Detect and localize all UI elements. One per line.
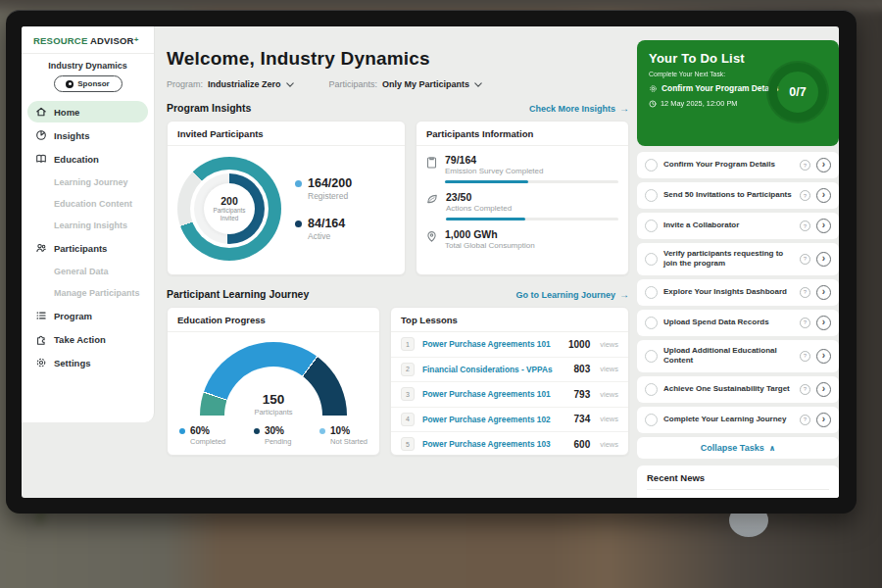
consumption-pin-icon [426,230,437,243]
sidebar-item-take-action[interactable]: Take Action [27,328,148,350]
education-gauge-chart: 150 Participants [200,342,347,416]
sidebar-item-education-content[interactable]: Education Content [27,193,148,214]
lesson-link[interactable]: Financial Considerations - VPPAs [422,365,566,374]
sidebar-item-general-data[interactable]: General Data [27,261,148,281]
task-checkbox[interactable] [645,220,658,232]
learning-journey-title: Participant Learning Journey [167,288,309,300]
sidebar-item-participants[interactable]: Participants [27,237,148,259]
program-icon [35,310,47,321]
task-row: Upload Additional Educational Content ? … [637,340,839,372]
task-row: Achieve One Sustainability Target ? › [637,376,839,403]
rank-badge: 5 [401,437,415,451]
gear-icon [649,84,658,93]
help-icon[interactable]: ? [800,287,810,298]
actions-icon [426,193,438,205]
progress-bar [445,180,618,183]
recent-news-card: Recent News [637,466,839,498]
rank-badge: 4 [401,413,415,426]
help-icon[interactable]: ? [800,384,810,395]
chevron-right-icon[interactable]: › [816,382,831,397]
help-icon[interactable]: ? [800,160,810,171]
chevron-right-icon[interactable]: › [816,158,831,172]
chevron-right-icon[interactable]: › [816,316,831,330]
help-icon[interactable]: ? [800,254,810,265]
gauge-legend: 60% Completed 30% Pending 10% Not Starte… [168,416,379,446]
go-to-learning-journey-link[interactable]: Go to Learning Journey→ [515,289,629,300]
task-checkbox[interactable] [645,159,658,172]
program-insights-title: Program Insights [167,102,251,114]
sponsor-badge[interactable]: Sponsor [54,75,122,92]
lesson-link[interactable]: Power Purchase Agreements 102 [422,415,566,424]
chevron-right-icon[interactable]: › [816,349,831,364]
rank-badge: 2 [401,363,415,376]
lesson-row: 1 Power Purchase Agreements 101 1000 vie… [391,332,628,358]
legend-pending: 30% Pending [254,425,292,446]
task-checkbox[interactable] [645,383,658,396]
monitor-bezel: RESOURCE ADVISOR+ Industry Dynamics Spon… [6,10,857,514]
sidebar-item-program[interactable]: Program [27,305,148,326]
program-filter[interactable]: Program: Industrialize Zero [167,79,294,89]
task-checkbox[interactable] [645,253,658,266]
chevron-down-icon [474,82,482,87]
legend-dot [295,180,302,187]
legend-dot [179,428,185,434]
divider [22,53,154,54]
sponsor-icon [66,80,74,88]
task-checkbox[interactable] [645,414,658,426]
top-lessons-card: Top Lessons 1 Power Purchase Agreements … [390,307,629,456]
help-icon[interactable]: ? [800,220,810,231]
chevron-right-icon[interactable]: › [816,219,831,233]
lesson-link[interactable]: Power Purchase Agreements 103 [422,439,566,449]
main-content: Welcome, Industry Dynamics Program: Indu… [167,48,629,456]
help-icon[interactable]: ? [800,190,810,201]
check-more-insights-link[interactable]: Check More Insights→ [529,103,629,114]
lesson-link[interactable]: Power Purchase Agreements 101 [422,339,561,349]
participants-information-card: Participants Information 79/164 Emission… [416,121,629,275]
legend-dot [319,428,325,434]
dashboard-screen: RESOURCE ADVISOR+ Industry Dynamics Spon… [22,26,839,498]
participants-filter[interactable]: Participants: Only My Participants [329,79,483,89]
lesson-link[interactable]: Power Purchase Agreements 101 [422,389,566,399]
task-checkbox[interactable] [645,317,658,329]
lesson-row: 5 Power Purchase Agreements 103 600 view… [391,432,628,457]
sidebar-item-manage-participants[interactable]: Manage Participants [27,282,148,303]
insights-icon [35,129,47,141]
task-checkbox[interactable] [645,286,658,299]
app-logo: RESOURCE ADVISOR+ [22,35,154,46]
info-row-survey: 79/164 Emission Survey Completed [416,146,628,183]
sidebar-item-learning-insights[interactable]: Learning Insights [27,215,148,235]
home-icon [35,106,47,118]
lesson-row: 4 Power Purchase Agreements 102 734 view… [391,408,628,433]
filter-bar: Program: Industrialize Zero Participants… [167,79,629,89]
chevron-right-icon[interactable]: › [816,285,831,300]
legend-dot [254,428,260,434]
collapse-tasks-link[interactable]: Collapse Tasks∧ [637,437,839,459]
take-action-icon [35,333,47,345]
todo-task-list: Confirm Your Program Details ? › Send 50… [637,152,839,433]
chevron-up-icon: ∧ [769,444,776,453]
help-icon[interactable]: ? [800,318,810,328]
chevron-right-icon[interactable]: › [816,413,831,427]
task-row: Verify participants requesting to join t… [637,243,839,275]
task-checkbox[interactable] [645,189,658,202]
chevron-right-icon[interactable]: › [816,188,831,203]
rank-badge: 3 [401,387,415,401]
sidebar-item-learning-journey[interactable]: Learning Journey [27,172,148,192]
sidebar-item-home[interactable]: Home [27,101,148,122]
help-icon[interactable]: ? [800,351,810,362]
sidebar-item-settings[interactable]: Settings [27,352,148,373]
settings-icon [35,357,47,368]
lesson-row: 3 Power Purchase Agreements 101 793 view… [391,382,628,408]
sidebar-item-education[interactable]: Education [27,148,148,170]
legend-registered: 164/200 Registered [295,176,352,201]
progress-bar [446,218,618,220]
sidebar-item-insights[interactable]: Insights [27,124,148,146]
chevron-right-icon[interactable]: › [816,252,831,267]
info-row-actions: 23/50 Actions Completed [416,183,628,220]
task-checkbox[interactable] [645,350,658,363]
help-icon[interactable]: ? [800,415,810,425]
chevron-down-icon [286,82,294,87]
education-progress-card: Education Progress 150 Participants 60% [167,307,380,456]
arrow-right-icon: → [619,103,629,114]
wall-top [0,0,882,10]
